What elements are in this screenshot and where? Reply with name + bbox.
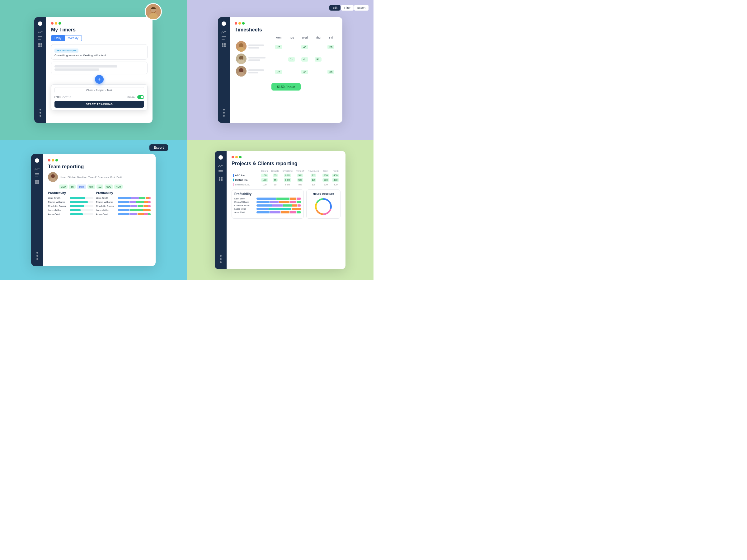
ts-row-3: 7h 4h 2h bbox=[235, 65, 337, 77]
person-row-5: Anna Calvi bbox=[48, 213, 93, 216]
productivity-title: Productivity bbox=[48, 191, 93, 195]
dotnet-name: DotNet Inc. bbox=[233, 179, 258, 181]
timer-placeholder bbox=[51, 61, 148, 74]
billable-toggle[interactable] bbox=[137, 95, 144, 99]
stat-billable: 65 bbox=[69, 185, 76, 189]
q4-profit-row-1: Liam Smith bbox=[234, 197, 301, 200]
ts-hours-2-wed: 4h bbox=[301, 57, 308, 61]
bottom-cards: Profitability Liam Smith Emma Williams bbox=[232, 189, 340, 219]
tracker-popup: Client · Project · Task 0:00 OCT 18 Bill… bbox=[51, 84, 148, 110]
tab-group: Daily Weekly bbox=[51, 35, 148, 41]
q4-multi-bar-2 bbox=[256, 201, 301, 203]
sidebar-grid-icon3[interactable] bbox=[35, 180, 39, 184]
timer-time: 0:00 bbox=[54, 96, 60, 99]
col-revenues: Revenues bbox=[98, 176, 109, 179]
export-button[interactable]: Export bbox=[354, 5, 368, 10]
timesheets-table: Mon Tue Wed Thu Fri bbox=[235, 35, 337, 77]
q4-multi-bar-4 bbox=[256, 208, 301, 210]
q4-multi-bar-1 bbox=[256, 197, 301, 200]
team-reporting-content: Team reporting Hours Billable Overtime T… bbox=[43, 154, 156, 266]
svg-point-2 bbox=[149, 13, 158, 20]
sidebar-list-icon[interactable] bbox=[38, 36, 42, 39]
q4-profit-row-2: Emma Williams bbox=[234, 201, 301, 203]
page-title: My Timers bbox=[51, 27, 148, 33]
stat-hours: 100 bbox=[59, 185, 68, 189]
col-hours: Hours bbox=[60, 176, 66, 179]
stat-revenues: 12 bbox=[97, 185, 103, 189]
person-name-3: Charlotte Brown bbox=[48, 205, 68, 208]
profitability-section: Profitability Liam Smith Emma Williams bbox=[96, 191, 151, 217]
profit-name-3: Charlotte Brown bbox=[96, 205, 116, 208]
timer-date: OCT 18 bbox=[62, 96, 71, 99]
projects-table: HoursBillableOvertimeTimeoffRevenuesCost… bbox=[232, 169, 340, 187]
sidebar-home-icon2[interactable] bbox=[222, 22, 226, 26]
sidebar-home-icon4[interactable] bbox=[218, 155, 223, 160]
my-timers-content: My Timers Daily Weekly ABS Technologies … bbox=[46, 17, 153, 123]
stat-profit: 400 bbox=[114, 185, 123, 189]
sidebar-dots2 bbox=[223, 109, 225, 117]
header-actions: Edit Filter Export bbox=[329, 5, 368, 10]
timesheets-content: Timesheets Mon Tue Wed Thu Fri bbox=[230, 17, 342, 123]
q4-profit-row-4: Lucas Miller bbox=[234, 208, 301, 210]
bar-2 bbox=[70, 201, 93, 203]
export-button-floating[interactable]: Export bbox=[149, 144, 168, 151]
tab-weekly[interactable]: Weekly bbox=[65, 35, 82, 41]
col-timeoff: Timeoff bbox=[88, 176, 97, 179]
sidebar-chart-icon4[interactable] bbox=[218, 163, 223, 166]
ts-avatar-3 bbox=[236, 66, 247, 77]
svg-point-5 bbox=[239, 43, 243, 48]
sidebar-chart-icon3[interactable] bbox=[34, 166, 40, 169]
projects-reporting-window: Projects & Clients reporting HoursBillab… bbox=[215, 151, 345, 269]
sidebar-list-icon2[interactable] bbox=[222, 36, 226, 39]
hours-structure-title: Hours structure bbox=[313, 192, 334, 195]
q4-profit-row-5: Anna Calvi bbox=[234, 211, 301, 213]
traffic-lights-2 bbox=[235, 22, 337, 25]
multi-bar-4 bbox=[118, 209, 151, 211]
profitability-title: Profitability bbox=[96, 191, 151, 195]
price-button[interactable]: $150 / hour bbox=[272, 83, 301, 90]
tab-daily[interactable]: Daily bbox=[51, 35, 65, 41]
abc-name: ABC Inc. bbox=[233, 174, 258, 177]
ts-hours-1-fri: 2h bbox=[328, 45, 334, 49]
traffic-lights-3 bbox=[48, 159, 151, 161]
client-project-task[interactable]: Client · Project · Task bbox=[54, 87, 144, 93]
edit-button[interactable]: Edit bbox=[329, 5, 340, 10]
sidebar-home-icon3[interactable] bbox=[35, 158, 39, 163]
profit-row-4: Lucas Miller bbox=[96, 209, 151, 212]
sidebar-grid-icon4[interactable] bbox=[219, 177, 223, 181]
person-name-2: Emma Williams bbox=[48, 201, 68, 204]
bar-5 bbox=[70, 213, 93, 215]
sidebar-grid-icon2[interactable] bbox=[222, 43, 226, 47]
sidebar-grid-icon[interactable] bbox=[38, 43, 42, 47]
filter-button[interactable]: Filter bbox=[341, 5, 354, 10]
ts-row-1: 7h 4h 2h bbox=[235, 40, 337, 53]
quadrant-team-reporting: Export Team reporting bbox=[0, 140, 187, 280]
tracker-meta-row: 0:00 OCT 18 Billable bbox=[54, 95, 144, 99]
sidebar-chart-icon[interactable] bbox=[38, 30, 43, 33]
ts-name-1 bbox=[236, 41, 271, 52]
sidebar-q4 bbox=[215, 151, 227, 269]
person-row-3: Charlotte Brown bbox=[48, 205, 93, 208]
sidebar-home-icon[interactable] bbox=[38, 22, 42, 26]
col-profit: Profit bbox=[117, 176, 122, 179]
sidebar-list-icon4[interactable] bbox=[218, 170, 223, 173]
sidebar-dots4 bbox=[220, 255, 222, 263]
quadrant-my-timers: My Timers Daily Weekly ABS Technologies … bbox=[0, 0, 187, 140]
start-tracking-button[interactable]: START TRACKING bbox=[54, 101, 144, 108]
q4-multi-bar-5 bbox=[256, 211, 301, 213]
multi-bar-5 bbox=[118, 213, 151, 215]
add-timer-fab[interactable]: + bbox=[95, 75, 104, 84]
svg-point-21 bbox=[316, 200, 330, 213]
ts-name-lines-3 bbox=[248, 70, 264, 74]
team-reporting-window: Team reporting Hours Billable Overtime T… bbox=[31, 154, 156, 266]
productivity-section: Productivity Liam Smith Emma Williams Ch… bbox=[48, 191, 93, 217]
ts-row-2: 1h 4h 9h bbox=[235, 53, 337, 65]
sidebar-chart-icon2[interactable] bbox=[221, 30, 226, 33]
bar-3 bbox=[70, 205, 93, 207]
multi-bar-1 bbox=[118, 197, 151, 199]
ts-hours-3-mon: 7h bbox=[275, 70, 282, 74]
traffic-lights bbox=[51, 22, 148, 25]
bar-1 bbox=[70, 197, 93, 199]
sidebar-list-icon3[interactable] bbox=[35, 173, 39, 177]
profit-row-5: Anna Calvi bbox=[96, 213, 151, 216]
